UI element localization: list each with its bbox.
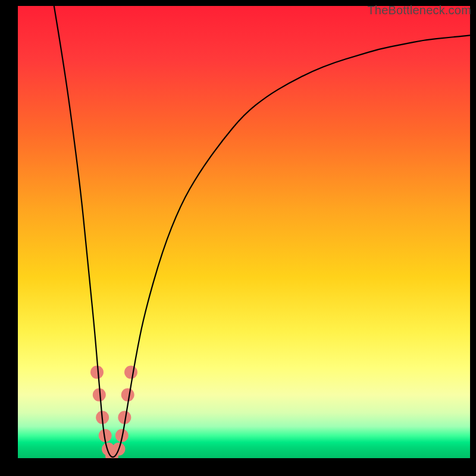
marker-group [90,366,137,458]
curve-marker [124,366,137,379]
curve-marker [121,389,134,402]
chart-frame: TheBottleneck.com [0,0,476,476]
curve-marker [90,366,104,379]
plot-area [18,6,470,458]
bottleneck-curve [54,6,470,457]
bottleneck-curve-svg [18,6,470,458]
